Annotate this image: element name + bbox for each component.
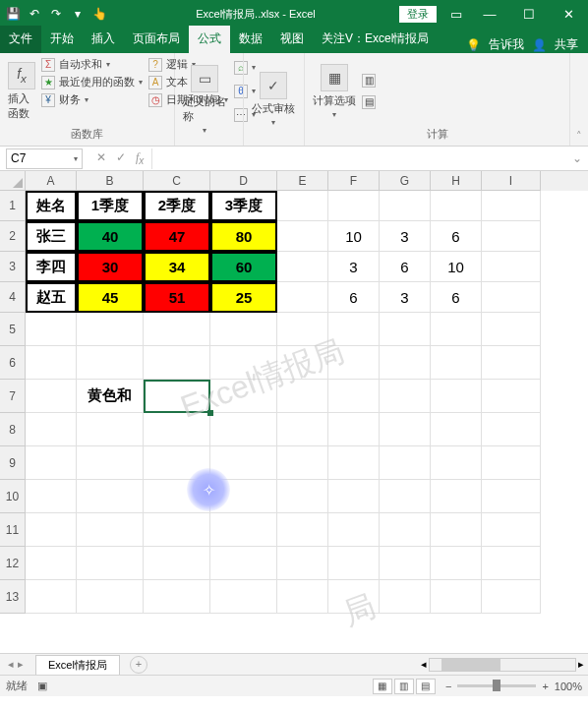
tab-follow[interactable]: 关注V：Excel情报局 (313, 26, 438, 53)
cell[interactable] (328, 446, 380, 480)
cell[interactable] (77, 547, 144, 580)
cell[interactable]: 6 (431, 221, 482, 252)
cell[interactable] (26, 547, 77, 580)
row-header[interactable]: 13 (0, 580, 26, 614)
maximize-button[interactable]: ☐ (509, 0, 549, 28)
ribbon-options-icon[interactable]: ▭ (442, 0, 470, 28)
cell[interactable] (431, 346, 482, 380)
cell[interactable] (380, 580, 431, 614)
cell[interactable] (144, 413, 210, 446)
cell[interactable] (144, 580, 210, 614)
cell[interactable] (277, 221, 328, 252)
tab-home[interactable]: 开始 (41, 26, 83, 53)
cancel-entry-icon[interactable]: ✕ (96, 150, 106, 166)
cell[interactable] (482, 191, 541, 221)
cell[interactable]: 34 (144, 252, 210, 282)
view-normal-button[interactable]: ▦ (373, 679, 392, 694)
cell[interactable]: 47 (144, 221, 210, 252)
cell[interactable] (210, 346, 277, 380)
cell[interactable] (328, 413, 380, 446)
cell[interactable] (277, 313, 328, 346)
row-header[interactable]: 5 (0, 313, 26, 346)
cell[interactable] (277, 413, 328, 446)
autosum-button[interactable]: Σ自动求和▾ (41, 57, 143, 72)
row-header[interactable]: 2 (0, 221, 26, 252)
cell[interactable]: 3季度 (210, 191, 277, 221)
cell[interactable] (144, 380, 210, 413)
cell[interactable] (77, 413, 144, 446)
cell[interactable] (77, 513, 144, 547)
cell[interactable]: 40 (77, 221, 144, 252)
col-header[interactable]: G (380, 171, 431, 191)
cell[interactable] (431, 513, 482, 547)
defined-names-button[interactable]: ▭定义的名称▾ (183, 57, 226, 142)
cell[interactable]: 姓名 (26, 191, 77, 221)
tab-insert[interactable]: 插入 (83, 26, 124, 53)
login-button[interactable]: 登录 (399, 6, 437, 23)
cell[interactable] (431, 313, 482, 346)
cell[interactable] (277, 380, 328, 413)
cell[interactable] (380, 547, 431, 580)
fx-button[interactable]: fx (136, 150, 144, 166)
col-header[interactable]: H (431, 171, 482, 191)
cell[interactable] (380, 313, 431, 346)
cell[interactable] (210, 547, 277, 580)
cell[interactable] (277, 282, 328, 313)
cell[interactable] (77, 580, 144, 614)
cell[interactable] (26, 346, 77, 380)
touch-icon[interactable]: 👆 (92, 7, 106, 21)
cell[interactable] (26, 580, 77, 614)
cell[interactable]: 3 (328, 252, 380, 282)
cell[interactable] (26, 446, 77, 480)
cell[interactable] (431, 480, 482, 513)
calc-now-icon[interactable]: ▥ (362, 74, 376, 88)
view-pagelayout-button[interactable]: ▥ (394, 679, 414, 694)
cell[interactable]: 30 (77, 252, 144, 282)
cell[interactable] (482, 480, 541, 513)
cell[interactable] (380, 413, 431, 446)
zoom-out-button[interactable]: − (445, 680, 451, 692)
view-pagebreak-button[interactable]: ▤ (416, 679, 436, 694)
cell[interactable]: 2季度 (144, 191, 210, 221)
sheet-tab[interactable]: Excel情报局 (35, 655, 120, 675)
cell[interactable]: 3 (380, 221, 431, 252)
cell[interactable]: 张三 (26, 221, 77, 252)
tab-file[interactable]: 文件 (0, 26, 41, 53)
cell[interactable] (77, 446, 144, 480)
cell[interactable]: 李四 (26, 252, 77, 282)
row-header[interactable]: 4 (0, 282, 26, 313)
col-header[interactable]: E (277, 171, 328, 191)
cell[interactable] (77, 480, 144, 513)
calc-sheet-icon[interactable]: ▤ (362, 95, 376, 109)
cell[interactable] (380, 191, 431, 221)
tell-me[interactable]: 告诉我 (489, 36, 524, 53)
col-header[interactable]: I (482, 171, 541, 191)
cell[interactable] (328, 380, 380, 413)
cell[interactable] (277, 547, 328, 580)
share-button[interactable]: 共享 (555, 36, 578, 53)
row-header[interactable]: 9 (0, 446, 26, 480)
cell[interactable] (482, 446, 541, 480)
expand-formula-icon[interactable]: ⌄ (566, 151, 588, 165)
row-header[interactable]: 11 (0, 513, 26, 547)
row-header[interactable]: 8 (0, 413, 26, 446)
col-header[interactable]: B (77, 171, 144, 191)
cell[interactable]: 1季度 (77, 191, 144, 221)
cell[interactable]: 45 (77, 282, 144, 313)
confirm-entry-icon[interactable]: ✓ (116, 150, 126, 166)
cell[interactable] (482, 547, 541, 580)
cell[interactable]: 黄色和 (77, 380, 144, 413)
cell[interactable] (431, 547, 482, 580)
scroll-right-icon[interactable]: ▸ (578, 658, 584, 671)
cell[interactable] (380, 480, 431, 513)
cell[interactable] (277, 191, 328, 221)
undo-icon[interactable]: ↶ (28, 7, 41, 21)
cell[interactable] (482, 380, 541, 413)
cell[interactable] (277, 580, 328, 614)
sheet-nav-prev-icon[interactable]: ◂ (8, 658, 14, 671)
insert-function-button[interactable]: fx 插入函数 (8, 57, 35, 125)
cell[interactable] (482, 252, 541, 282)
cell[interactable] (482, 580, 541, 614)
worksheet-grid[interactable]: ABCDEFGHI 12345678910111213 姓名1季度2季度3季度张… (0, 171, 588, 653)
cell[interactable] (380, 346, 431, 380)
